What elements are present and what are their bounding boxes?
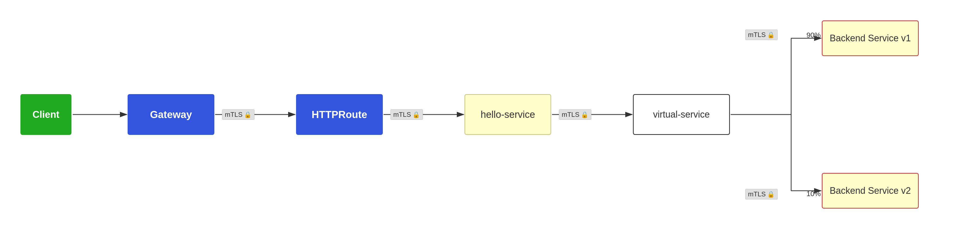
lock-icon-1: 🔒 xyxy=(244,111,251,118)
virtual-service-label: virtual-service xyxy=(653,109,710,120)
percent-v2-label: 10% xyxy=(807,190,821,198)
mtls-label-3: mTLS 🔒 xyxy=(559,110,591,120)
httproute-node: HTTPRoute xyxy=(296,94,383,135)
mtls-text-1: mTLS xyxy=(225,111,242,119)
virtual-service-node: virtual-service xyxy=(633,94,730,135)
diagram-container: Client Gateway mTLS 🔒 HTTPRoute mTLS 🔒 h… xyxy=(0,0,980,229)
backend-v1-node: Backend Service v1 xyxy=(822,21,919,56)
client-label: Client xyxy=(32,109,59,120)
lock-icon-3: 🔒 xyxy=(581,111,589,118)
httproute-label: HTTPRoute xyxy=(312,109,367,120)
mtls-label-5: mTLS 🔒 xyxy=(745,189,778,199)
lock-icon-5: 🔒 xyxy=(767,191,775,198)
gateway-node: Gateway xyxy=(127,94,215,135)
mtls-label-2: mTLS 🔒 xyxy=(390,110,423,120)
percent-v2-text: 10% xyxy=(807,190,821,198)
percent-v1-text: 90% xyxy=(807,31,821,39)
backend-v1-label: Backend Service v1 xyxy=(830,33,911,44)
mtls-text-3: mTLS xyxy=(562,111,579,119)
backend-v2-node: Backend Service v2 xyxy=(822,173,919,208)
hello-service-label: hello-service xyxy=(480,109,535,120)
hello-service-node: hello-service xyxy=(465,94,551,135)
mtls-label-4: mTLS 🔒 xyxy=(745,30,778,40)
gateway-label: Gateway xyxy=(150,109,192,120)
mtls-text-2: mTLS xyxy=(393,111,411,119)
lock-icon-4: 🔒 xyxy=(767,31,775,38)
mtls-text-4: mTLS xyxy=(748,31,765,39)
mtls-text-5: mTLS xyxy=(748,190,765,198)
percent-v1-label: 90% xyxy=(807,31,821,39)
mtls-label-1: mTLS 🔒 xyxy=(222,110,255,120)
lock-icon-2: 🔒 xyxy=(412,111,420,118)
client-node: Client xyxy=(21,94,72,135)
backend-v2-label: Backend Service v2 xyxy=(830,185,911,196)
